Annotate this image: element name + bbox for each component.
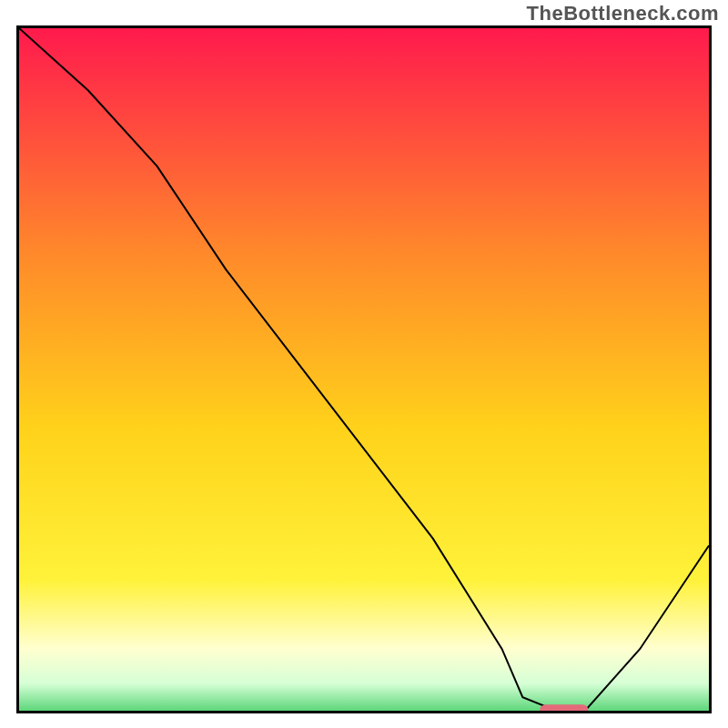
optimal-marker bbox=[540, 704, 588, 713]
plot-svg bbox=[19, 28, 709, 713]
plot-frame bbox=[16, 25, 712, 713]
gradient-background bbox=[19, 28, 709, 713]
watermark-text: TheBottleneck.com bbox=[527, 2, 719, 25]
chart-container: TheBottleneck.com bbox=[0, 0, 728, 728]
